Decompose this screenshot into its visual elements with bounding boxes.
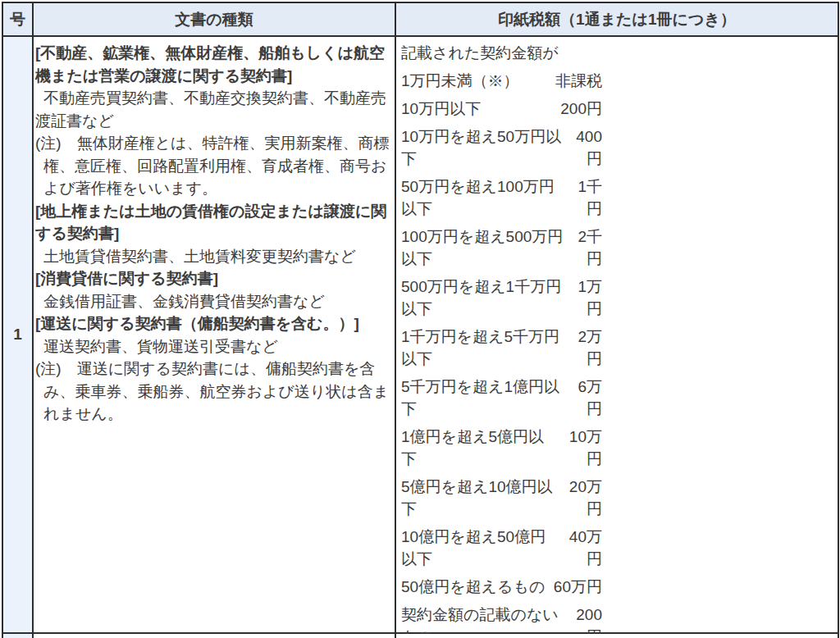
header-number-column: 号 [3, 3, 32, 35]
row2-document-type-cell [34, 634, 395, 638]
header-document-label: 文書の種類 [175, 9, 253, 30]
tax-range-label: 1億円を超え5億円以下 [401, 426, 555, 470]
row2-number-cell [3, 634, 32, 638]
tax-amount-value: 20万円 [557, 476, 602, 520]
tax-amount-value: 非課税 [555, 70, 602, 92]
tax-rate-row: 契約金額の記載のないもの200円 [401, 604, 602, 638]
document-category-heading: [地上権または土地の賃借権の設定または譲渡に関する契約書] [35, 200, 391, 245]
tax-amount-value: 2千円 [568, 226, 602, 270]
tax-range-label: 1万円未満（※） [401, 70, 519, 92]
document-category-heading: [運送に関する契約書（傭船契約書を含む。）] [35, 312, 391, 335]
document-example-line: (注) 無体財産権とは、特許権、実用新案権、商標権、意匠権、回路配置利用権、育成… [35, 132, 391, 200]
document-example-line: 土地賃貸借契約書、土地賃料変更契約書など [35, 245, 391, 268]
document-example-line: 金銭借用証書、金銭消費貸借契約書など [35, 290, 391, 313]
row2-tax-amount-cell [396, 634, 838, 638]
tax-rate-row: 10万円を超え50万円以下400円 [401, 125, 602, 170]
tax-amount-value: 400円 [564, 125, 602, 170]
tax-rate-row: 100万円を超え500万円以下2千円 [401, 226, 602, 270]
tax-amount-value: 40万円 [559, 526, 602, 570]
tax-rate-row: 5億円を超え10億円以下20万円 [401, 476, 602, 520]
tax-amount-value: 6万円 [564, 376, 602, 420]
document-example-line: (注) 運送に関する契約書には、傭船契約書を含み、乗車券、乗船券、航空券および送… [35, 358, 391, 426]
tax-rate-row: 5千万円を超え1億円以下6万円 [401, 376, 602, 420]
tax-range-label: 100万円を超え500万円以下 [401, 226, 568, 270]
header-number-label: 号 [10, 9, 25, 30]
header-tax-label: 印紙税額（1通または1冊につき） [498, 9, 736, 30]
tax-range-label: 50万円を超え100万円以下 [401, 175, 566, 220]
tax-amount-value: 60万円 [554, 576, 602, 598]
tax-rate-row: 10万円以下200円 [401, 98, 602, 120]
tax-range-label: 契約金額の記載のないもの [401, 604, 566, 638]
header-tax-amount-column: 印紙税額（1通または1冊につき） [396, 3, 838, 35]
tax-intro-line: 記載された契約金額が [401, 42, 831, 64]
tax-rate-row: 500万円を超え1千万円以下1万円 [401, 276, 602, 320]
tax-amount-value: 1千円 [566, 175, 602, 220]
tax-amount-value: 200円 [566, 604, 602, 638]
tax-amount-value: 2万円 [567, 326, 602, 370]
tax-range-label: 10万円を超え50万円以下 [401, 125, 564, 170]
tax-amount-value: 200円 [560, 98, 602, 120]
tax-rate-row: 1千万円を超え5千万円以下2万円 [401, 326, 602, 370]
row1-number: 1 [13, 326, 22, 344]
tax-range-label: 10億円を超え50億円以下 [401, 526, 559, 570]
tax-range-label: 5億円を超え10億円以下 [401, 476, 557, 520]
tax-range-label: 500万円を超え1千万円以下 [401, 276, 568, 320]
tax-rate-row: 1億円を超え5億円以下10万円 [401, 426, 602, 470]
tax-rate-list: 1万円未満（※）非課税10万円以下200円10万円を超え50万円以下400円50… [401, 70, 831, 638]
document-example-line: 不動産売買契約書、不動産交換契約書、不動産売渡証書など [35, 87, 391, 132]
tax-range-label: 1千万円を超え5千万円以下 [401, 326, 567, 370]
tax-range-label: 10万円以下 [401, 98, 481, 120]
header-document-type-column: 文書の種類 [34, 3, 395, 35]
tax-rate-row: 1万円未満（※）非課税 [401, 70, 602, 92]
stamp-tax-table: 号 文書の種類 印紙税額（1通または1冊につき） 1 [不動産、鉱業権、無体財産… [2, 2, 839, 638]
tax-amount-cell: 記載された契約金額が 1万円未満（※）非課税10万円以下200円10万円を超え5… [396, 37, 838, 632]
document-example-line: 運送契約書、貨物運送引受書など [35, 335, 391, 358]
document-category-heading: [不動産、鉱業権、無体財産権、船舶もしくは航空機または営業の譲渡に関する契約書] [35, 42, 391, 87]
tax-rate-row: 50万円を超え100万円以下1千円 [401, 175, 602, 220]
tax-rate-row: 10億円を超え50億円以下40万円 [401, 526, 602, 570]
tax-range-label: 5千万円を超え1億円以下 [401, 376, 564, 420]
tax-rate-row: 50億円を超えるもの60万円 [401, 576, 602, 598]
row1-number-cell: 1 [3, 37, 32, 632]
tax-amount-value: 1万円 [568, 276, 602, 320]
tax-range-label: 50億円を超えるもの [401, 576, 545, 598]
tax-amount-value: 10万円 [555, 426, 602, 470]
document-type-cell: [不動産、鉱業権、無体財産権、船舶もしくは航空機または営業の譲渡に関する契約書]… [34, 37, 395, 632]
document-category-heading: [消費貸借に関する契約書] [35, 267, 391, 290]
